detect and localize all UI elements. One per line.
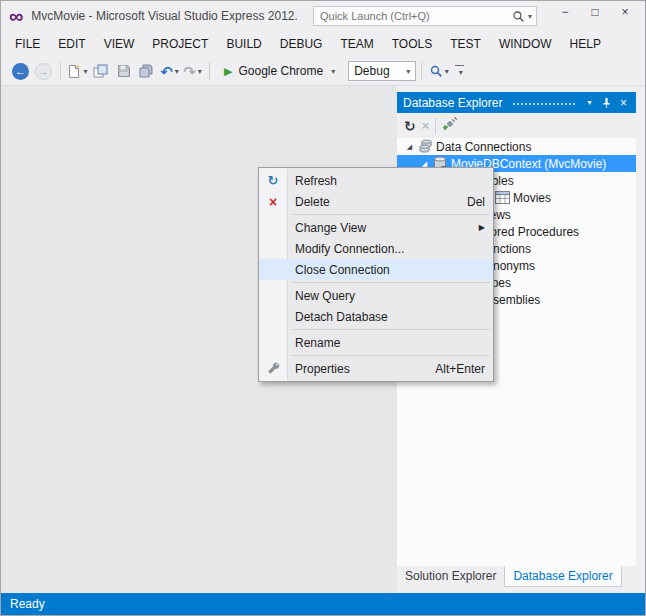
- menubar-item-debug[interactable]: DEBUG: [271, 33, 332, 55]
- menubar-item-test[interactable]: TEST: [441, 33, 490, 55]
- minimize-button[interactable]: −: [550, 1, 580, 22]
- refresh-icon: ↻: [259, 174, 287, 187]
- expander-icon[interactable]: ◢: [418, 160, 431, 167]
- toolbar-options-caret-icon: ▾: [459, 68, 463, 77]
- save-all-icon: [139, 64, 154, 78]
- configuration-value: Debug: [349, 64, 401, 78]
- data-connections-icon: [416, 139, 434, 154]
- visual-studio-logo-icon: ∞: [9, 6, 23, 26]
- menubar-item-edit[interactable]: EDIT: [49, 33, 94, 55]
- save-button[interactable]: [112, 59, 135, 83]
- context-menu-item-change-view[interactable]: Change View ▶: [259, 217, 493, 238]
- status-bar: Ready: [1, 593, 645, 615]
- new-item-caret-icon: ▾: [83, 67, 87, 76]
- find-caret-icon: ▾: [445, 67, 449, 76]
- menubar-item-project[interactable]: PROJECT: [143, 33, 217, 55]
- menu-separator: [291, 214, 490, 215]
- window-position-caret-icon[interactable]: ▾: [581, 94, 598, 111]
- combobox-caret-icon[interactable]: ▾: [401, 67, 415, 76]
- submenu-arrow-icon: ▶: [479, 223, 485, 232]
- add-connection-icon: [442, 116, 458, 132]
- close-button[interactable]: ×: [610, 1, 640, 22]
- context-menu-item-refresh[interactable]: ↻ Refresh: [259, 170, 493, 191]
- database-explorer-title-bar[interactable]: Database Explorer ▾ ×: [397, 92, 636, 113]
- navigate-backward-button[interactable]: ←: [9, 59, 32, 83]
- navigate-forward-button[interactable]: →: [32, 59, 55, 83]
- tab-solution-explorer[interactable]: Solution Explorer: [397, 566, 504, 587]
- start-debugging-button[interactable]: ▶ Google Chrome ▾: [217, 62, 342, 80]
- context-menu-item-modify-connection[interactable]: Modify Connection...: [259, 238, 493, 259]
- menubar-item-file[interactable]: FILE: [6, 33, 49, 55]
- new-file-icon: [67, 64, 81, 79]
- add-item-button[interactable]: [89, 59, 112, 83]
- tree-item-label: Data Connections: [434, 140, 531, 154]
- panel-drag-grip[interactable]: [512, 102, 575, 107]
- new-item-button[interactable]: ▾: [66, 59, 89, 83]
- table-icon: [493, 191, 511, 204]
- search-icon: [512, 10, 525, 23]
- panel-close-icon[interactable]: ×: [615, 94, 632, 111]
- maximize-button[interactable]: □: [580, 1, 610, 22]
- context-menu-item-detach-database[interactable]: Detach Database: [259, 306, 493, 327]
- undo-button[interactable]: ↶ ▾: [158, 59, 181, 83]
- context-menu-item-properties[interactable]: Properties Alt+Enter: [259, 358, 493, 379]
- shortcut-label: Alt+Enter: [415, 362, 485, 376]
- undo-icon: ↶: [160, 64, 173, 79]
- run-target-label: Google Chrome: [238, 64, 323, 78]
- database-explorer-toolbar: ↻ ×: [397, 113, 636, 138]
- redo-icon: ↷: [183, 64, 196, 79]
- delete-x-icon: ×: [259, 195, 287, 209]
- toolbar-options-button[interactable]: ▾: [455, 65, 464, 77]
- expander-icon[interactable]: ◢: [403, 143, 416, 150]
- shortcut-label: Del: [447, 195, 485, 209]
- menu-separator: [291, 355, 490, 356]
- menubar-item-view[interactable]: VIEW: [95, 33, 144, 55]
- context-menu-item-new-query[interactable]: New Query: [259, 285, 493, 306]
- wrench-icon: [259, 361, 287, 377]
- tool-window-tabs: Solution Explorer Database Explorer: [397, 566, 636, 587]
- redo-button[interactable]: ↷ ▾: [181, 59, 204, 83]
- window-title: MvcMovie - Microsoft Visual Studio Expre…: [31, 9, 297, 23]
- toolbar-separator: [60, 62, 61, 80]
- refresh-icon[interactable]: ↻: [404, 119, 416, 133]
- vs-window: ∞ MvcMovie - Microsoft Visual Studio Exp…: [0, 0, 646, 616]
- undo-caret-icon: ▾: [175, 67, 179, 76]
- menubar-item-team[interactable]: TEAM: [331, 33, 382, 55]
- toolbar-options-bar: [455, 65, 464, 66]
- redo-caret-icon: ▾: [198, 67, 202, 76]
- tree-item-label: Movies: [511, 191, 551, 205]
- quick-launch-input[interactable]: [320, 10, 512, 22]
- menubar-item-help[interactable]: HELP: [561, 33, 610, 55]
- pin-icon[interactable]: [598, 94, 615, 111]
- save-disk-icon: [117, 64, 131, 78]
- status-text: Ready: [10, 597, 45, 611]
- context-menu-item-delete[interactable]: × Delete Del: [259, 191, 493, 212]
- context-menu-item-rename[interactable]: Rename: [259, 332, 493, 353]
- context-menu-item-close-connection[interactable]: Close Connection: [259, 259, 493, 280]
- solution-configurations-combobox[interactable]: Debug ▾: [348, 61, 416, 81]
- add-item-icon: [93, 64, 108, 78]
- menubar-item-window[interactable]: WINDOW: [490, 33, 561, 55]
- find-in-files-button[interactable]: ▾: [427, 59, 450, 83]
- back-arrow-icon: ←: [12, 63, 29, 80]
- tab-database-explorer[interactable]: Database Explorer: [504, 566, 621, 587]
- window-controls: − □ ×: [550, 1, 640, 22]
- delete-icon[interactable]: ×: [422, 119, 430, 132]
- forward-arrow-icon: →: [35, 63, 52, 80]
- toolbar-separator: [209, 62, 210, 80]
- menu-separator: [291, 329, 490, 330]
- menubar-item-build[interactable]: BUILD: [217, 33, 270, 55]
- save-all-button[interactable]: [135, 59, 158, 83]
- connect-to-database-button[interactable]: [442, 116, 458, 136]
- tree-item-data-connections[interactable]: ◢ Data Connections: [397, 138, 636, 155]
- standard-toolbar: ← → ▾: [1, 57, 645, 86]
- quick-launch-box[interactable]: ▾: [313, 6, 537, 26]
- toolbar-separator: [421, 62, 422, 80]
- find-icon: [429, 64, 443, 78]
- menubar-item-tools[interactable]: TOOLS: [383, 33, 441, 55]
- quick-launch-caret-icon[interactable]: ▾: [528, 12, 532, 21]
- run-target-caret-icon: ▾: [331, 67, 335, 76]
- menu-separator: [291, 282, 490, 283]
- menu-bar: FILE EDIT VIEW PROJECT BUILD DEBUG TEAM …: [1, 31, 645, 57]
- panel-title: Database Explorer: [403, 96, 502, 110]
